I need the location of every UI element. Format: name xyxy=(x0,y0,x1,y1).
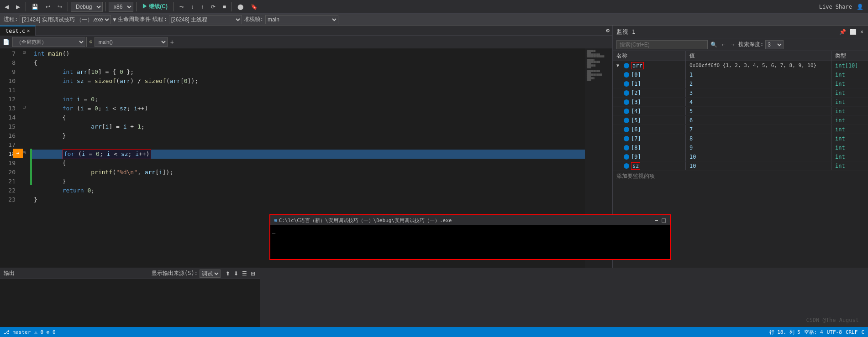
num-0-13: 0 xyxy=(95,104,98,113)
sz-type-cell: int xyxy=(831,161,868,170)
arr-0-name-cell: [0] xyxy=(613,70,686,79)
terminal-window: ⊞ C:\lc\C语言（新）\实用调试技巧（一）\Debug\实用调试技巧（一）… xyxy=(269,214,671,260)
var-arr-15: arr xyxy=(91,122,101,131)
arr-expand-icon[interactable]: ▼ xyxy=(616,63,622,68)
watch-row-arr-2[interactable]: [2] 3 int xyxy=(613,88,868,98)
output-source-select[interactable]: 调试 xyxy=(200,270,221,278)
output-source-label: 显示输出来源(S): xyxy=(152,270,198,277)
terminal-minimize-btn[interactable]: − xyxy=(653,217,659,224)
var-i-13b: i xyxy=(105,104,109,113)
monitor-search-input[interactable] xyxy=(616,40,708,49)
output-btn-1[interactable]: ⬆ xyxy=(224,270,231,277)
arr-5-name: [5] xyxy=(631,117,641,124)
watch-row-arr-9[interactable]: [9] 10 int xyxy=(613,152,868,161)
code-line-21: } xyxy=(32,177,585,186)
back-btn[interactable]: ◀ xyxy=(2,3,11,11)
function-dropdown[interactable]: main() xyxy=(95,37,168,47)
monitor-close-btn[interactable]: × xyxy=(859,28,864,36)
stop-btn[interactable]: ■ xyxy=(220,3,229,11)
sep5 xyxy=(173,2,174,11)
arr-0-type: int xyxy=(831,70,868,79)
watch-row-arr[interactable]: ▼ arr 0x00cff6f0 {1, 2, 3, 4, 5, 6, 7, 8… xyxy=(613,61,868,70)
ln-10: 10 xyxy=(0,77,19,86)
search-next-btn[interactable]: → xyxy=(729,41,736,49)
tab-settings-btn[interactable]: ⚙ xyxy=(603,27,612,34)
thread-select[interactable]: [26248] 主线程 xyxy=(169,15,242,24)
monitor-float-btn[interactable]: ⬜ xyxy=(849,28,857,36)
watch-row-arr-5[interactable]: [5] 6 int xyxy=(613,116,868,125)
undo-btn[interactable]: ↩ xyxy=(43,3,53,11)
output-title: 输出 xyxy=(4,270,15,277)
watch-row-arr-0[interactable]: [0] 1 int xyxy=(613,70,868,79)
code-line-7: int main() xyxy=(32,49,585,58)
gutter-11 xyxy=(23,85,32,94)
num-0-18: 0 xyxy=(96,150,100,157)
output-btn-3[interactable]: ☰ xyxy=(241,270,248,277)
var-i-18: i xyxy=(82,150,85,157)
code-line-20: printf("%d\n", arr[i]); xyxy=(32,168,585,177)
arr-9-name: [9] xyxy=(631,154,641,160)
fold-18[interactable]: ⊟ xyxy=(23,150,26,155)
arr-6-value: 7 xyxy=(686,125,831,134)
add-watch-item[interactable]: 添加要监视的项 xyxy=(613,171,868,182)
continue-btn[interactable]: ▶ 继续(C) xyxy=(139,2,170,11)
monitor-pin-btn[interactable]: 📌 xyxy=(838,28,847,36)
step-out-btn[interactable]: ↑ xyxy=(198,3,206,11)
kw-int-9: int xyxy=(63,67,73,77)
terminal-body: _ xyxy=(270,225,670,259)
output-btn-2[interactable]: ⬇ xyxy=(232,270,240,277)
ln-7: 7 xyxy=(0,49,19,58)
watch-row-arr-3[interactable]: [3] 4 int xyxy=(613,98,868,107)
save-btn[interactable]: 💾 xyxy=(29,3,41,11)
debug-dropdown[interactable]: Debug xyxy=(71,2,103,12)
arr-6-name-cell: [6] xyxy=(613,125,686,134)
fn-main: main xyxy=(48,49,62,58)
code-line-22: return 0; xyxy=(32,186,585,195)
watch-row-arr-4[interactable]: [4] 5 int xyxy=(613,107,868,116)
process-label: 进程: xyxy=(4,16,18,23)
watch-row-sz[interactable]: ▶ sz 10 int xyxy=(613,161,868,171)
search-prev-btn[interactable]: ← xyxy=(720,41,727,49)
gutter-10 xyxy=(23,76,32,85)
profile-btn[interactable]: 👤 xyxy=(854,3,866,11)
arch-dropdown[interactable]: x86 xyxy=(109,2,133,12)
fn-sizeof2: sizeof xyxy=(145,77,166,86)
breakpoint-btn[interactable]: ⬤ xyxy=(235,3,246,11)
monitor-controls: 📌 ⬜ × xyxy=(838,28,864,36)
gutter-9 xyxy=(23,67,32,76)
stack-select[interactable]: main xyxy=(265,15,338,24)
arr-5-icon xyxy=(624,118,629,123)
watch-row-arr-8[interactable]: [8] 9 int xyxy=(613,143,868,152)
paren-7: () xyxy=(63,49,70,58)
arr-name-cell: ▼ arr xyxy=(613,61,686,70)
green-change-indicator xyxy=(30,149,32,185)
code-line-23: } xyxy=(32,195,585,204)
tab-close-btn[interactable]: × xyxy=(27,28,30,33)
status-line: 行 18, 列 5 xyxy=(769,329,800,336)
process-select[interactable]: [21424] 实用调试技巧 （一）.exe xyxy=(20,15,111,24)
step-into-btn[interactable]: ↓ xyxy=(188,3,196,11)
search-btn[interactable]: 🔍 xyxy=(710,41,718,49)
depth-select[interactable]: 3 xyxy=(765,40,784,49)
scope-dropdown[interactable]: （全局范围） xyxy=(12,37,85,47)
step-over-btn[interactable]: ⤼ xyxy=(176,3,186,11)
fold-13[interactable]: ⊟ xyxy=(23,104,26,109)
terminal-maximize-btn[interactable]: □ xyxy=(661,217,667,224)
watch-row-arr-6[interactable]: [6] 7 int xyxy=(613,125,868,134)
output-btn-4[interactable]: ⊞ xyxy=(249,270,257,277)
arr-1-name-cell: [1] xyxy=(613,79,686,88)
arr-4-icon xyxy=(624,109,629,114)
watch-row-arr-7[interactable]: [7] 8 int xyxy=(613,134,868,143)
num-1-15: 1 xyxy=(137,122,141,131)
redo-btn[interactable]: ↪ xyxy=(55,3,65,11)
restart-btn[interactable]: ⟳ xyxy=(208,3,218,11)
arrow-indicator: ➡ xyxy=(13,149,23,158)
bookmark-btn[interactable]: 🔖 xyxy=(248,3,260,11)
nav-add-btn[interactable]: + xyxy=(168,37,177,47)
watch-row-arr-1[interactable]: [1] 2 int xyxy=(613,79,868,88)
editor-tab-test-c[interactable]: test.c × xyxy=(0,26,36,36)
fold-7[interactable]: ⊟ xyxy=(23,50,26,55)
ln-8: 8 xyxy=(0,58,19,67)
forward-btn[interactable]: ▶ xyxy=(13,3,23,11)
arr-3-type: int xyxy=(831,98,868,106)
